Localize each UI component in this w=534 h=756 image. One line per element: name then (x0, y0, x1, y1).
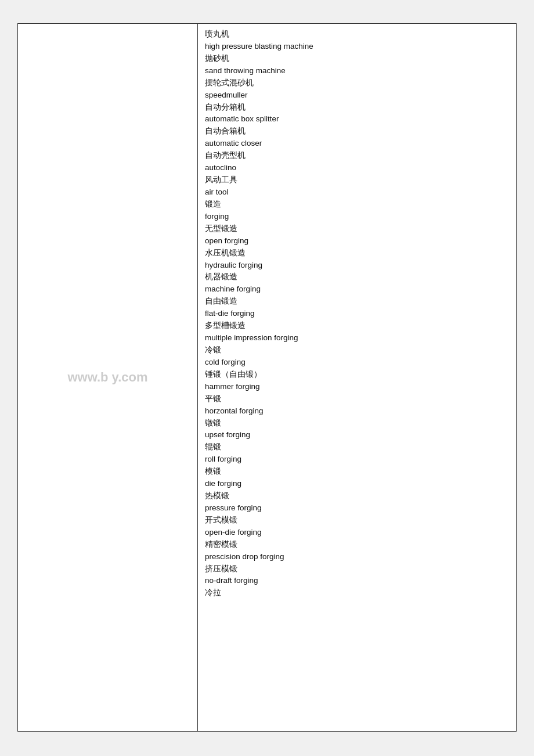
list-item: 无型锻造open forging (205, 223, 509, 247)
list-item: 水压机锻造hydraulic forging (205, 247, 509, 272)
list-item: 精密模锻prescision drop forging (205, 539, 509, 563)
english-text: cold forging (205, 357, 509, 369)
english-text: sand throwing machine (205, 65, 509, 77)
list-item: 冷锻cold forging (205, 344, 509, 369)
list-item: 开式模锻open-die forging (205, 514, 509, 539)
chinese-text: 风动工具 (205, 174, 509, 186)
list-item: 自由锻造flat-die forging (205, 296, 509, 320)
list-item: 摆轮式混砂机speedmuller (205, 77, 509, 102)
list-item: 镦锻upset forging (205, 417, 509, 442)
list-item: 挤压模锻no-draft forging (205, 563, 509, 588)
list-item: 自动壳型机autoclino (205, 150, 509, 174)
chinese-text: 冷拉 (205, 587, 509, 599)
list-item: 平锻horzontal forging (205, 393, 509, 417)
chinese-text: 辊锻 (205, 441, 509, 453)
chinese-text: 镦锻 (205, 417, 509, 430)
english-text: autoclino (205, 162, 509, 174)
chinese-text: 无型锻造 (205, 223, 509, 235)
chinese-text: 锤锻（自由锻） (205, 369, 509, 381)
chinese-text: 精密模锻 (205, 539, 509, 551)
chinese-text: 模锻 (205, 466, 509, 478)
chinese-text: 多型槽锻造 (205, 320, 509, 332)
english-text: multiple impression forging (205, 332, 509, 344)
english-text: hydraulic forging (205, 260, 509, 272)
list-item: 自动合箱机automatic closer (205, 125, 509, 150)
list-item: 锻造forging (205, 199, 509, 223)
chinese-text: 自由锻造 (205, 296, 509, 308)
page-container: www.b y.com 喷丸机high pressure blasting ma… (17, 23, 517, 732)
english-text: prescision drop forging (205, 551, 509, 563)
list-item: 多型槽锻造multiple impression forging (205, 320, 509, 344)
list-item: 自动分箱机automatic box splitter (205, 102, 509, 126)
chinese-text: 冷锻 (205, 344, 509, 357)
english-text: automatic box splitter (205, 113, 509, 125)
list-item: 风动工具air tool (205, 174, 509, 199)
chinese-text: 热模锻 (205, 490, 509, 502)
chinese-text: 自动合箱机 (205, 125, 509, 138)
chinese-text: 开式模锻 (205, 514, 509, 527)
chinese-text: 摆轮式混砂机 (205, 77, 509, 89)
english-text: open-die forging (205, 527, 509, 539)
list-item: 模锻die forging (205, 466, 509, 490)
watermark: www.b y.com (67, 370, 147, 385)
chinese-text: 水压机锻造 (205, 247, 509, 260)
list-item: 辊锻roll forging (205, 441, 509, 466)
english-text: automatic closer (205, 138, 509, 150)
english-text: no-draft forging (205, 575, 509, 587)
chinese-text: 喷丸机 (205, 28, 509, 41)
list-item: 热模锻pressure forging (205, 490, 509, 514)
english-text: open forging (205, 235, 509, 247)
english-text: speedmuller (205, 89, 509, 102)
chinese-text: 锻造 (205, 199, 509, 211)
english-text: air tool (205, 186, 509, 199)
list-item: 喷丸机high pressure blasting machine (205, 28, 509, 53)
chinese-text: 机器锻造 (205, 271, 509, 283)
english-text: horzontal forging (205, 405, 509, 417)
left-column: www.b y.com (17, 23, 197, 732)
chinese-text: 抛砂机 (205, 53, 509, 65)
list-item: 机器锻造machine forging (205, 271, 509, 296)
chinese-text: 自动分箱机 (205, 102, 509, 114)
list-item: 抛砂机sand throwing machine (205, 53, 509, 77)
list-item: 锤锻（自由锻）hammer forging (205, 369, 509, 393)
list-item: 冷拉 (205, 587, 509, 599)
english-text: machine forging (205, 283, 509, 296)
chinese-text: 自动壳型机 (205, 150, 509, 162)
chinese-text: 平锻 (205, 393, 509, 405)
english-text: pressure forging (205, 502, 509, 514)
english-text: upset forging (205, 429, 509, 441)
english-text: die forging (205, 478, 509, 490)
english-text: forging (205, 211, 509, 223)
right-column: 喷丸机high pressure blasting machine抛砂机sand… (197, 23, 517, 732)
english-text: flat-die forging (205, 308, 509, 320)
chinese-text: 挤压模锻 (205, 563, 509, 575)
english-text: roll forging (205, 453, 509, 466)
english-text: high pressure blasting machine (205, 41, 509, 53)
english-text: hammer forging (205, 381, 509, 393)
